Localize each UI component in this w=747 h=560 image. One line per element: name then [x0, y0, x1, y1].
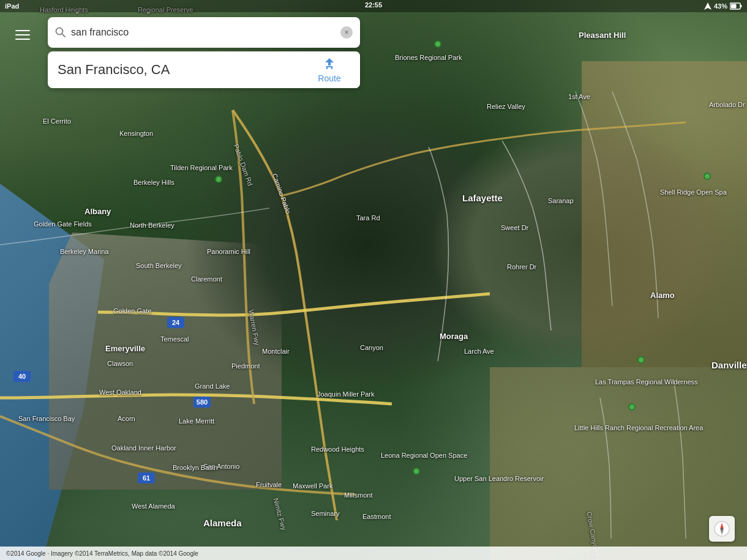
status-bar-left: iPad: [5, 2, 19, 10]
search-panel: × San Francisco, CA Route: [48, 17, 360, 88]
battery-icon: [730, 2, 742, 10]
route-icon: [321, 56, 337, 72]
attribution-text: ©2014 Google · Imagery ©2014 TerraMetric…: [6, 550, 198, 557]
svg-rect-1: [731, 4, 737, 9]
highway-shield-24: 24: [167, 317, 184, 328]
highway-shield-61: 61: [138, 472, 155, 483]
park-marker: [628, 403, 636, 411]
svg-line-4: [62, 34, 66, 37]
search-bar: ×: [48, 17, 360, 48]
result-location-name: San Francisco, CA: [48, 62, 299, 78]
hamburger-line-3: [15, 39, 30, 40]
hamburger-line-2: [15, 34, 30, 35]
status-bar-right: 43%: [704, 2, 742, 10]
route-button[interactable]: Route: [299, 51, 360, 88]
park-marker: [704, 173, 711, 180]
route-label: Route: [318, 73, 340, 83]
clear-search-button[interactable]: ×: [340, 26, 353, 39]
park-marker: [413, 468, 420, 475]
time-display: 22:55: [365, 1, 382, 9]
park-marker: [434, 40, 441, 48]
result-bar: San Francisco, CA Route: [48, 51, 360, 88]
compass-icon: [713, 520, 730, 537]
park-marker: [637, 356, 645, 364]
search-icon: [55, 27, 66, 38]
park-marker: [215, 176, 222, 183]
highway-shield-580: 580: [193, 397, 211, 408]
location-icon: [704, 2, 711, 10]
compass-button[interactable]: [709, 516, 735, 542]
hamburger-line-1: [15, 30, 30, 31]
svg-point-8: [721, 528, 723, 530]
hamburger-menu-button[interactable]: [7, 20, 38, 50]
carrier-label: iPad: [5, 2, 19, 10]
search-input[interactable]: [71, 27, 336, 38]
svg-rect-2: [740, 5, 742, 7]
attribution-bar: ©2014 Google · Imagery ©2014 TerraMetric…: [0, 547, 747, 560]
map-container[interactable]: 24 580 40 61 Hasford Heights Regional Pr…: [0, 0, 747, 560]
battery-level: 43%: [714, 2, 727, 10]
status-bar: iPad 22:55 43%: [0, 0, 747, 12]
highway-shield-40: 40: [13, 371, 31, 382]
